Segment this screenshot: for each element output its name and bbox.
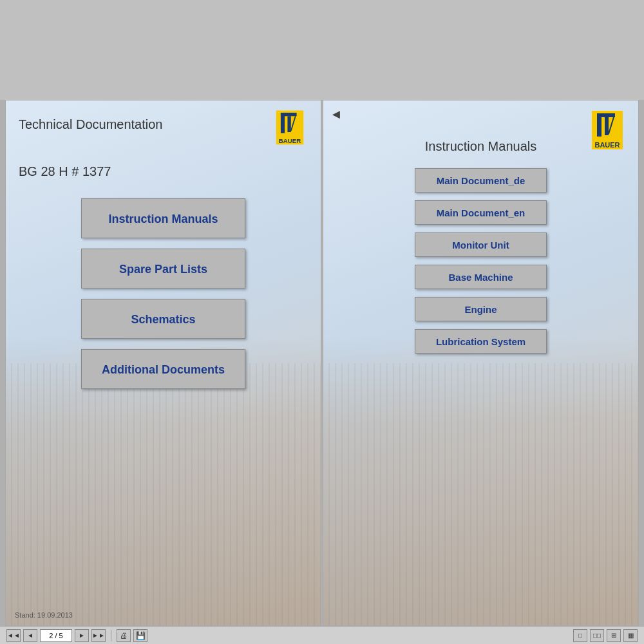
- right-page-content: Instruction Manuals Main Document_de Mai…: [323, 100, 638, 625]
- toolbar-separator-1: [111, 630, 111, 641]
- nav-first-button[interactable]: ◄◄: [6, 629, 21, 642]
- svg-rect-10: [605, 117, 609, 135]
- view-grid-button[interactable]: ⊞: [607, 629, 621, 642]
- app-window: BAUER Technical Documentation BG 28 H # …: [0, 0, 644, 644]
- toolbar-right-buttons: □ □□ ⊞ ▦: [573, 629, 638, 642]
- nav-last-button[interactable]: ►►: [91, 629, 106, 642]
- machine-id: BG 28 H # 1377: [19, 164, 321, 179]
- main-document-de-button[interactable]: Main Document_de: [415, 168, 547, 193]
- left-page-header: Technical Documentation: [6, 100, 321, 132]
- bauer-logo-right: BAUER: [585, 108, 629, 155]
- additional-documents-button[interactable]: Additional Documents: [81, 349, 245, 389]
- lubrication-system-button[interactable]: Lubrication System: [415, 329, 547, 354]
- spare-part-lists-button[interactable]: Spare Part Lists: [81, 249, 245, 289]
- right-page: ◄ BAUER Instruction Manuals Main Documen…: [323, 100, 639, 626]
- left-page-content: Technical Documentation BG 28 H # 1377 I…: [6, 100, 321, 625]
- view-option-button[interactable]: ▦: [623, 629, 638, 642]
- nav-buttons-container: Instruction Manuals Spare Part Lists Sch…: [6, 198, 321, 389]
- bottom-toolbar: ◄◄ ◄ ► ►► 🖨 💾 □ □□ ⊞ ▦: [0, 626, 644, 644]
- main-document-en-button[interactable]: Main Document_en: [415, 200, 547, 225]
- view-single-button[interactable]: □: [573, 629, 587, 642]
- top-bar: [0, 0, 644, 100]
- content-area: BAUER Technical Documentation BG 28 H # …: [0, 100, 644, 626]
- instruction-manuals-button[interactable]: Instruction Manuals: [81, 198, 245, 238]
- bauer-logo-svg-right: BAUER: [585, 108, 629, 152]
- nav-next-button[interactable]: ►: [75, 629, 89, 642]
- nav-prev-button[interactable]: ◄: [23, 629, 37, 642]
- left-page: BAUER Technical Documentation BG 28 H # …: [5, 100, 321, 626]
- schematics-button[interactable]: Schematics: [81, 299, 245, 339]
- svg-text:BAUER: BAUER: [594, 141, 620, 149]
- monitor-unit-button[interactable]: Monitor Unit: [415, 232, 547, 257]
- page-input[interactable]: [40, 629, 72, 642]
- view-dual-button[interactable]: □□: [590, 629, 604, 642]
- svg-rect-9: [597, 113, 615, 117]
- save-button[interactable]: 💾: [133, 629, 147, 642]
- page-back-indicator[interactable]: ◄: [330, 107, 343, 122]
- base-machine-button[interactable]: Base Machine: [415, 265, 547, 289]
- page-title: Technical Documentation: [19, 117, 308, 132]
- doc-buttons-container: Main Document_de Main Document_en Monito…: [323, 168, 638, 354]
- engine-button[interactable]: Engine: [415, 297, 547, 321]
- print-button[interactable]: 🖨: [117, 629, 131, 642]
